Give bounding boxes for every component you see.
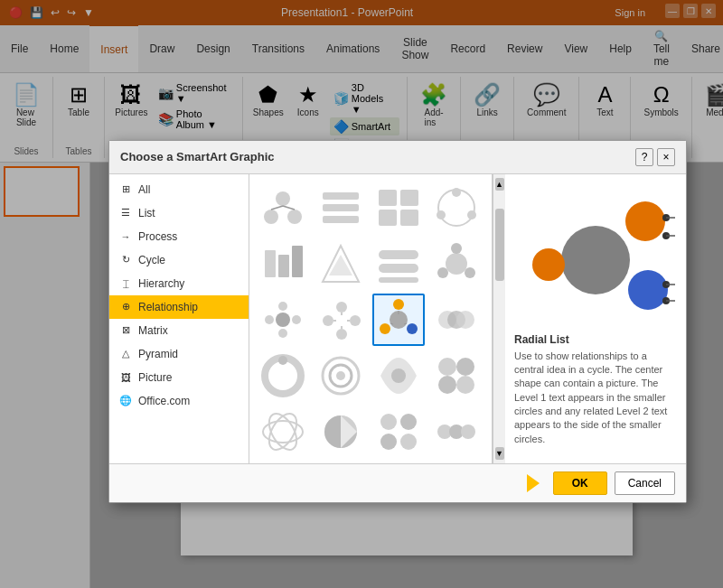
svg-point-28 — [276, 313, 290, 327]
preview-graphic — [514, 183, 677, 328]
smartart-item-12[interactable] — [430, 294, 483, 346]
svg-rect-18 — [292, 246, 303, 277]
pyramid-icon: △ — [118, 347, 133, 361]
svg-rect-68 — [400, 434, 417, 450]
list-icon: ☰ — [118, 206, 133, 220]
category-process[interactable]: → Process — [109, 225, 249, 248]
svg-point-59 — [438, 376, 456, 394]
svg-rect-67 — [380, 434, 397, 450]
picture-icon: 🖼 — [118, 370, 133, 385]
smartart-item-16[interactable] — [430, 350, 483, 402]
svg-rect-23 — [379, 277, 418, 283]
smartart-item-15[interactable] — [372, 350, 425, 402]
dialog-close-button[interactable]: × — [657, 148, 675, 166]
svg-point-32 — [278, 329, 287, 338]
scrollbar-thumb[interactable] — [495, 209, 504, 281]
svg-point-43 — [407, 323, 418, 334]
svg-line-3 — [271, 206, 283, 210]
smartart-item-9[interactable] — [257, 294, 309, 346]
svg-point-63 — [264, 409, 303, 454]
smartart-item-11-radial-list[interactable] — [372, 294, 425, 346]
svg-point-31 — [292, 315, 301, 324]
cycle-icon: ↻ — [118, 253, 133, 267]
smartart-item-8[interactable] — [430, 238, 483, 290]
smartart-item-3[interactable] — [372, 182, 425, 234]
dialog-cancel-button[interactable]: Cancel — [615, 471, 675, 495]
process-icon: → — [118, 229, 133, 244]
svg-point-60 — [456, 376, 474, 394]
dialog-scrollbar[interactable]: ▲ ▼ — [493, 174, 505, 463]
dialog-help-button[interactable]: ? — [635, 148, 653, 166]
category-picture[interactable]: 🖼 Picture — [109, 366, 249, 389]
smartart-item-18[interactable] — [315, 406, 367, 458]
svg-point-75 — [532, 248, 565, 281]
svg-rect-6 — [323, 204, 359, 211]
svg-point-58 — [456, 358, 474, 376]
svg-rect-36 — [336, 329, 347, 340]
svg-point-73 — [625, 201, 665, 241]
smartart-item-7[interactable] — [372, 238, 425, 290]
matrix-icon: ⊠ — [118, 323, 133, 338]
svg-rect-22 — [379, 264, 418, 273]
smartart-item-5[interactable] — [257, 238, 309, 290]
svg-point-25 — [451, 243, 462, 254]
svg-rect-34 — [336, 302, 347, 313]
svg-point-74 — [628, 270, 668, 310]
all-icon: ⊞ — [118, 182, 133, 197]
svg-point-50 — [456, 311, 474, 329]
smartart-item-2[interactable] — [315, 182, 367, 234]
svg-point-13 — [452, 188, 461, 197]
dialog-title-bar: Choose a SmartArt Graphic ? × — [109, 141, 686, 174]
svg-point-42 — [393, 299, 404, 310]
svg-point-57 — [438, 358, 456, 376]
relationship-icon: ⊕ — [118, 300, 133, 314]
smartart-grid — [249, 174, 492, 463]
svg-point-0 — [276, 191, 290, 206]
smartart-item-17[interactable] — [257, 406, 309, 458]
category-all[interactable]: ⊞ All — [109, 178, 249, 201]
smartart-item-20[interactable] — [430, 406, 483, 458]
smartart-item-19[interactable] — [372, 406, 425, 458]
svg-point-56 — [391, 369, 406, 383]
preview-area: Radial List Use to show relationships to… — [505, 174, 686, 463]
smartart-item-14[interactable] — [315, 350, 367, 402]
svg-rect-17 — [278, 255, 289, 277]
svg-point-30 — [265, 315, 274, 324]
smartart-item-4[interactable] — [430, 182, 483, 234]
svg-rect-21 — [379, 250, 418, 259]
svg-rect-8 — [379, 190, 397, 206]
radial-list-preview-svg — [514, 183, 677, 328]
svg-point-52 — [278, 356, 287, 365]
office-icon: 🌐 — [118, 394, 133, 408]
svg-rect-33 — [323, 315, 333, 326]
category-pyramid[interactable]: △ Pyramid — [109, 342, 249, 366]
svg-point-44 — [380, 323, 390, 334]
smartart-item-10[interactable] — [315, 294, 367, 346]
modal-overlay: Choose a SmartArt Graphic ? × ⊞ All ☰ Li… — [0, 0, 723, 588]
svg-line-4 — [283, 206, 295, 210]
category-hierarchy[interactable]: ⌶ Hierarchy — [109, 272, 249, 295]
dialog-footer: OK Cancel — [109, 463, 686, 502]
dialog-ok-button[interactable]: OK — [553, 471, 607, 495]
smartart-grid-area — [249, 174, 493, 463]
category-list[interactable]: ☰ List — [109, 201, 249, 225]
svg-point-14 — [467, 210, 476, 219]
svg-point-26 — [465, 267, 475, 278]
svg-rect-9 — [400, 190, 418, 206]
smartart-item-13[interactable] — [257, 350, 309, 402]
svg-rect-10 — [379, 210, 397, 226]
category-list: ⊞ All ☰ List → Process ↻ Cycle ⌶ Hiera — [109, 174, 249, 463]
svg-point-27 — [437, 267, 448, 278]
svg-point-2 — [287, 210, 302, 224]
svg-point-1 — [264, 210, 278, 224]
hierarchy-icon: ⌶ — [118, 276, 133, 291]
category-relationship[interactable]: ⊕ Relationship — [109, 295, 249, 319]
svg-rect-65 — [380, 414, 397, 430]
category-office[interactable]: 🌐 Office.com — [109, 389, 249, 413]
smartart-item-6[interactable] — [315, 238, 367, 290]
category-matrix[interactable]: ⊠ Matrix — [109, 319, 249, 342]
category-cycle[interactable]: ↻ Cycle — [109, 248, 249, 272]
svg-marker-20 — [329, 255, 352, 275]
smartart-item-1[interactable] — [257, 182, 309, 234]
dialog-title-text: Choose a SmartArt Graphic — [120, 150, 275, 163]
